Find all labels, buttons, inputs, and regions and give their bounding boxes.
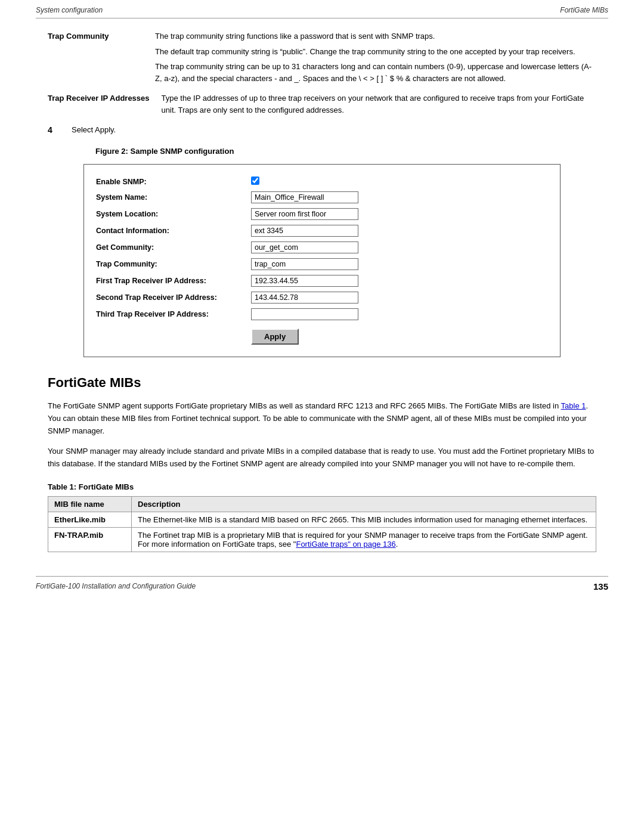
second-trap-label: Second Trap Receiver IP Address: [96, 293, 251, 302]
system-location-input[interactable] [251, 208, 358, 220]
enable-snmp-checkbox[interactable] [251, 176, 259, 185]
step-4-row: 4 Select Apply. [48, 125, 596, 135]
system-name-input[interactable] [251, 191, 358, 203]
step-4-number: 4 [48, 125, 72, 135]
second-trap-value [251, 292, 358, 304]
trap-community-form-value [251, 258, 358, 270]
footer-bar: FortiGate-100 Installation and Configura… [36, 576, 608, 597]
footer-page-number: 135 [593, 581, 608, 592]
system-name-row: System Name: [96, 191, 542, 203]
fortigate-traps-link[interactable]: FortiGate traps" on page 136 [296, 540, 395, 549]
trap-community-row: Trap Community The trap community string… [48, 30, 596, 84]
header-bar: System configuration FortiGate MIBs [36, 0, 608, 18]
fortigate-mibs-para2: Your SNMP manager may already include st… [48, 445, 596, 470]
system-name-value [251, 191, 358, 203]
table1-link[interactable]: Table 1 [561, 401, 586, 410]
trap-community-desc3: The trap community string can be up to 3… [155, 61, 596, 84]
header-right: FortiGate MIBs [560, 6, 608, 14]
contact-info-row: Contact Information: [96, 225, 542, 237]
trap-receiver-desc: Type the IP addresses of up to three tra… [162, 92, 596, 116]
system-location-value [251, 208, 358, 220]
system-location-row: System Location: [96, 208, 542, 220]
trap-community-form-label: Trap Community: [96, 260, 251, 268]
trap-community-desc1: The trap community string functions like… [155, 30, 596, 42]
third-trap-label: Third Trap Receiver IP Address: [96, 310, 251, 318]
trap-community-input[interactable] [251, 258, 358, 270]
second-trap-row: Second Trap Receiver IP Address: [96, 292, 542, 304]
trap-community-form-row: Trap Community: [96, 258, 542, 270]
trap-receiver-term: Trap Receiver IP Addresses [48, 92, 162, 116]
step-4-text: Select Apply. [72, 125, 116, 134]
get-community-label: Get Community: [96, 243, 251, 252]
page: System configuration FortiGate MIBs Trap… [0, 0, 644, 833]
third-trap-input[interactable] [251, 308, 358, 320]
trap-receiver-row: Trap Receiver IP Addresses Type the IP a… [48, 92, 596, 116]
table-caption: Table 1: FortiGate MIBs [48, 482, 596, 491]
snmp-config-box: Enable SNMP: System Name: System Locatio… [83, 164, 561, 357]
second-trap-input[interactable] [251, 292, 358, 304]
content-area: Trap Community The trap community string… [36, 30, 608, 552]
first-trap-row: First Trap Receiver IP Address: [96, 275, 542, 287]
footer-left: FortiGate-100 Installation and Configura… [36, 582, 196, 590]
table-header-row: MIB file name Description [48, 496, 596, 512]
enable-snmp-row: Enable SNMP: [96, 176, 542, 187]
contact-info-label: Contact Information: [96, 227, 251, 235]
system-location-label: System Location: [96, 210, 251, 218]
mib-desc-etherlike: The Ethernet-like MIB is a standard MIB … [132, 512, 596, 527]
first-trap-input[interactable] [251, 275, 358, 287]
contact-info-input[interactable] [251, 225, 358, 237]
apply-button-row: Apply [96, 325, 542, 345]
get-community-input[interactable] [251, 241, 358, 253]
contact-info-value [251, 225, 358, 237]
header-left: System configuration [36, 6, 103, 14]
trap-community-term: Trap Community [48, 30, 155, 84]
fortigate-mibs-para1: The FortiGate SNMP agent supports FortiG… [48, 400, 596, 437]
table-row: FN-TRAP.mib The Fortinet trap MIB is a p… [48, 527, 596, 552]
enable-snmp-value [251, 176, 259, 187]
col-header-description: Description [132, 496, 596, 512]
mib-table: MIB file name Description EtherLike.mib … [48, 496, 596, 552]
mib-desc-fn-trap: The Fortinet trap MIB is a proprietary M… [132, 527, 596, 552]
get-community-value [251, 241, 358, 253]
trap-community-desc: The trap community string functions like… [155, 30, 596, 84]
enable-snmp-label: Enable SNMP: [96, 178, 251, 186]
fortigate-mibs-title: FortiGate MIBs [48, 375, 596, 391]
trap-community-desc2: The default trap community string is “pu… [155, 46, 596, 58]
table-row: EtherLike.mib The Ethernet-like MIB is a… [48, 512, 596, 527]
col-header-mib-name: MIB file name [48, 496, 132, 512]
mib-name-fn-trap: FN-TRAP.mib [48, 527, 132, 552]
third-trap-value [251, 308, 358, 320]
third-trap-row: Third Trap Receiver IP Address: [96, 308, 542, 320]
first-trap-value [251, 275, 358, 287]
system-name-label: System Name: [96, 193, 251, 202]
figure-caption: Figure 2: Sample SNMP configuration [95, 147, 596, 156]
apply-button[interactable]: Apply [251, 329, 299, 345]
get-community-row: Get Community: [96, 241, 542, 253]
mib-name-etherlike: EtherLike.mib [48, 512, 132, 527]
first-trap-label: First Trap Receiver IP Address: [96, 277, 251, 285]
